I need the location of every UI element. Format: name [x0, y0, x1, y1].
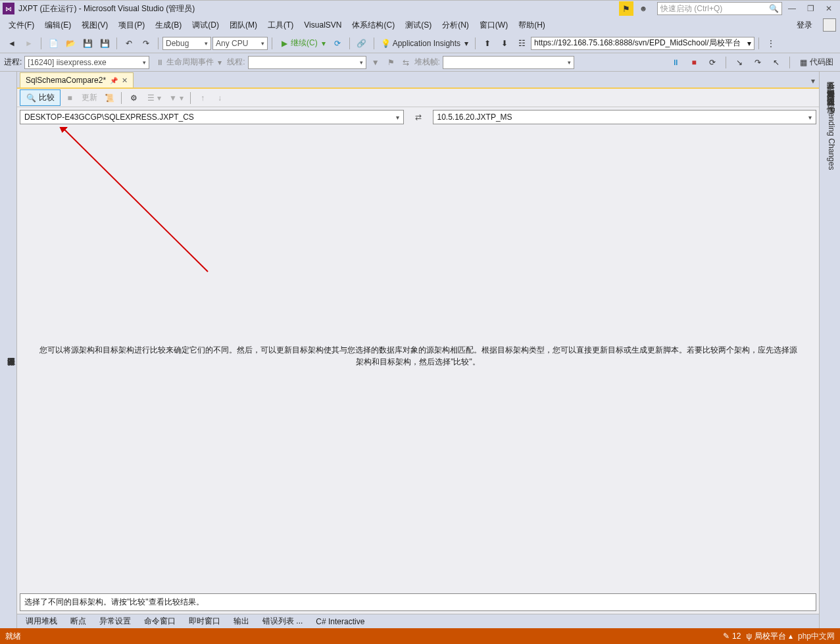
menu-test[interactable]: 测试(S): [401, 18, 436, 33]
save-all-button[interactable]: 💾: [97, 36, 112, 51]
save-button[interactable]: 💾: [80, 36, 95, 51]
minimize-button[interactable]: —: [783, 1, 801, 16]
process-dropdown[interactable]: [16240] iisexpress.exe▾: [24, 56, 149, 69]
quick-launch-placeholder: 快速启动 (Ctrl+Q): [660, 3, 722, 14]
tab-output[interactable]: 输出: [228, 614, 255, 629]
menu-team[interactable]: 团队(M): [225, 18, 262, 33]
result-message: 选择了不同的目标架构。请按"比较"查看比较结果。: [20, 593, 816, 611]
svg-line-0: [63, 128, 208, 272]
menu-tools[interactable]: 工具(T): [263, 18, 298, 33]
nav-forward-button[interactable]: ►: [21, 36, 37, 51]
show-threads-icon[interactable]: ⇆: [400, 55, 412, 70]
chevron-down-icon: ▾: [396, 114, 399, 121]
tab-error-list[interactable]: 错误列表 ...: [257, 614, 309, 629]
title-controls: ⚑ ☻ 快速启动 (Ctrl+Q) 🔍 — ❐ ✕: [619, 1, 837, 16]
pin-icon[interactable]: 📌: [110, 77, 118, 84]
swap-button[interactable]: ⇄: [410, 110, 426, 124]
tab-exceptions[interactable]: 异常设置: [93, 614, 137, 629]
menu-help[interactable]: 帮助(H): [514, 18, 550, 33]
status-ready: 就绪: [5, 631, 21, 642]
diagnostics-tools-tab[interactable]: 诊断工具: [820, 72, 840, 80]
properties-tab[interactable]: 属性: [820, 95, 840, 103]
restart-button[interactable]: ⟳: [704, 55, 720, 70]
tab-command[interactable]: 命令窗口: [138, 614, 182, 629]
prev-diff-button: ↑: [195, 91, 210, 105]
lifecycle-events-button[interactable]: ⏸生命周期事件▾: [152, 55, 224, 70]
refresh-button[interactable]: ⟳: [330, 36, 345, 51]
main-column: SqlSchemaCompare2* 📌 ✕ ▾ 🔍 比较 ■ 更新 📜 ⚙ ☰…: [17, 72, 819, 628]
doc-tab-sqlschemacompare[interactable]: SqlSchemaCompare2* 📌 ✕: [20, 72, 134, 87]
solution-explorer-tab[interactable]: 解决方案资源管理器: [820, 80, 840, 87]
notification-flag-icon[interactable]: ⚑: [619, 1, 633, 16]
schema-compare-toolbar: 🔍 比较 ■ 更新 📜 ⚙ ☰▾ ▼▾ ↑ ↓: [17, 89, 819, 107]
menu-build[interactable]: 生成(B): [151, 18, 186, 33]
avatar-icon[interactable]: [823, 18, 836, 32]
pending-changes-tab[interactable]: Pending Changes: [820, 103, 840, 174]
config-dropdown[interactable]: Debug▾: [162, 37, 211, 50]
menu-visualsvn[interactable]: VisualSVN: [299, 18, 346, 32]
code-map-button[interactable]: ▦代码图: [795, 55, 836, 70]
svn-log-button[interactable]: ☷: [514, 36, 530, 51]
pencil-icon: ✎: [723, 632, 729, 641]
options-button[interactable]: ⚙: [126, 91, 141, 105]
pending-changes-count[interactable]: ✎ 12: [723, 632, 741, 641]
left-dock: 服务器资源管理器: [0, 72, 17, 628]
compare-canvas: 您可以将源架构和目标架构进行比较来确定它们的不同。然后，可以更新目标架构使其与您…: [17, 127, 819, 614]
close-button[interactable]: ✕: [820, 1, 837, 16]
thread-label: 线程:: [227, 57, 245, 68]
redo-button[interactable]: ↷: [138, 36, 154, 51]
menu-window[interactable]: 窗口(W): [475, 18, 512, 33]
stackframe-dropdown[interactable]: ▾: [443, 56, 574, 69]
maximize-button[interactable]: ❐: [802, 1, 819, 16]
process-label: 进程:: [4, 57, 22, 68]
step-into-button[interactable]: ↘: [731, 55, 747, 70]
tab-scroll-icon[interactable]: ▾: [807, 74, 819, 87]
menu-edit[interactable]: 编辑(E): [40, 18, 76, 33]
step-over-button[interactable]: ↷: [750, 55, 766, 70]
feedback-icon[interactable]: ☻: [635, 1, 652, 16]
svn-url-input[interactable]: https://192.168.75.168:8888/svn/EPD_MidS…: [531, 37, 754, 50]
menu-file[interactable]: 文件(F): [4, 18, 39, 33]
nav-back-button[interactable]: ◄: [4, 36, 20, 51]
menu-bar: 文件(F) 编辑(E) 视图(V) 项目(P) 生成(B) 调试(D) 团队(M…: [0, 16, 840, 34]
stop-debug-button[interactable]: ■: [686, 55, 702, 70]
platform-dropdown[interactable]: Any CPU▾: [212, 37, 268, 50]
branch-indicator[interactable]: ψ 局校平台 ▴: [746, 631, 793, 642]
tab-breakpoints[interactable]: 断点: [64, 614, 92, 629]
thread-dropdown[interactable]: ▾: [248, 56, 366, 69]
browser-link-button[interactable]: 🔗: [354, 36, 370, 51]
new-project-button[interactable]: 📄: [45, 36, 61, 51]
close-tab-icon[interactable]: ✕: [122, 76, 128, 85]
tab-csharp-interactive[interactable]: C# Interactive: [310, 615, 370, 628]
step-out-button[interactable]: ↖: [768, 55, 784, 70]
toolbar-overflow-icon[interactable]: ⋮: [763, 36, 779, 51]
stackframe-label: 堆栈帧:: [414, 57, 440, 68]
right-dock: 诊断工具 解决方案资源管理器 团队资源管理器 属性 Pending Change…: [819, 72, 840, 628]
quick-launch-input[interactable]: 快速启动 (Ctrl+Q) 🔍: [657, 2, 782, 15]
open-file-button[interactable]: 📂: [62, 36, 78, 51]
svn-update-button[interactable]: ⬇: [497, 36, 512, 51]
menu-view[interactable]: 视图(V): [77, 18, 112, 33]
status-bar: 就绪 ✎ 12 ψ 局校平台 ▴ php中文网: [0, 628, 840, 644]
filter-icon[interactable]: ▼: [369, 55, 382, 70]
undo-button[interactable]: ↶: [121, 36, 137, 51]
server-explorer-tab[interactable]: 服务器资源管理器: [5, 74, 16, 628]
branch-icon: ψ: [746, 632, 752, 641]
compare-button[interactable]: 🔍 比较: [20, 89, 61, 106]
svn-commit-button[interactable]: ⬆: [480, 36, 495, 51]
menu-debug[interactable]: 调试(D): [187, 18, 224, 33]
menu-analyze[interactable]: 分析(N): [437, 18, 474, 33]
target-db-dropdown[interactable]: 10.5.16.20.JXTP_MS▾: [433, 110, 817, 124]
flag-threads-icon[interactable]: ⚑: [385, 55, 397, 70]
group-button: ☰▾: [143, 91, 164, 105]
app-insights-button[interactable]: 💡Application Insights▾: [378, 36, 471, 51]
tab-immediate[interactable]: 即时窗口: [183, 614, 226, 629]
source-db-dropdown[interactable]: DESKTOP-E43GCGP\SQLEXPRESS.JXPT_CS▾: [20, 110, 404, 124]
continue-button[interactable]: ▶继续(C)▾: [276, 36, 328, 51]
tab-callstack[interactable]: 调用堆栈: [20, 614, 63, 629]
menu-architecture[interactable]: 体系结构(C): [347, 18, 399, 33]
team-explorer-tab[interactable]: 团队资源管理器: [820, 87, 840, 95]
pause-button[interactable]: ⏸: [668, 55, 683, 70]
login-link[interactable]: 登录: [791, 18, 818, 33]
menu-project[interactable]: 项目(P): [114, 18, 149, 33]
